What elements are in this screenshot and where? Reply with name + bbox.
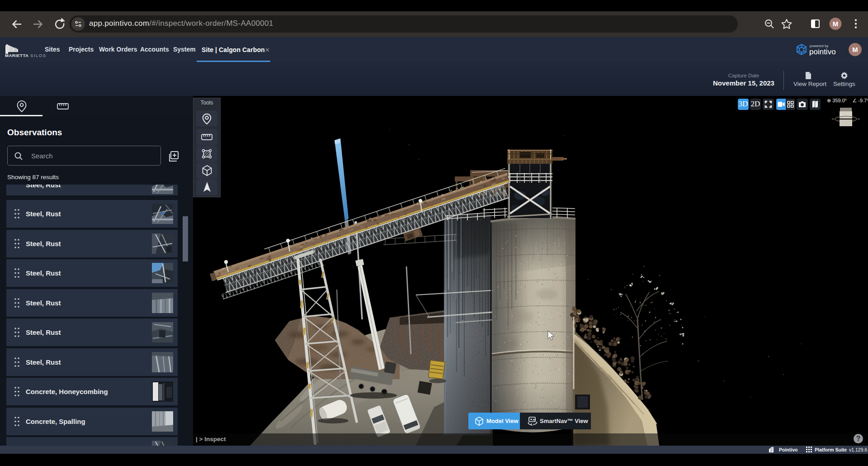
svg-text:MARIETTA: MARIETTA (5, 53, 28, 58)
svg-text:pointivo: pointivo (809, 48, 836, 56)
svg-text:M: M (833, 20, 839, 28)
svg-text:SILOS: SILOS (30, 53, 47, 58)
